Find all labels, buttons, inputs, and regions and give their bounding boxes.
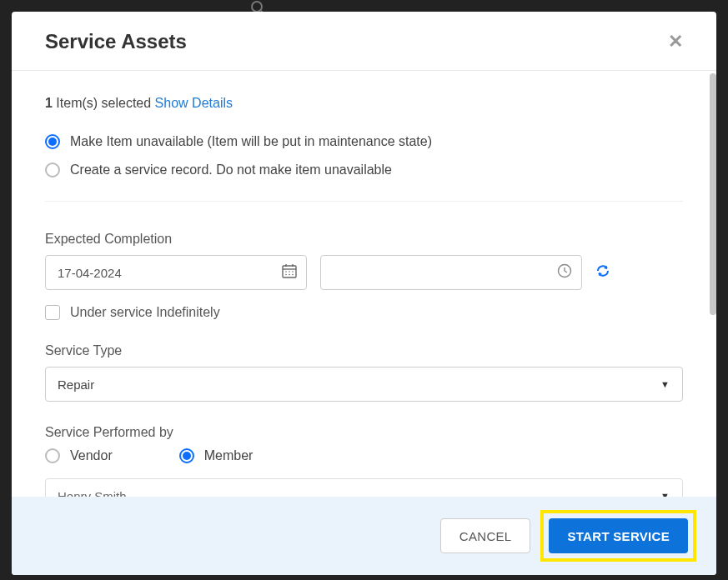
- service-type-label: Service Type: [45, 343, 683, 358]
- radio-icon: [45, 162, 60, 178]
- refresh-button[interactable]: [595, 263, 610, 282]
- member-select[interactable]: Henry Smith: [45, 478, 683, 497]
- date-input[interactable]: [45, 255, 307, 290]
- radio-label: Make Item unavailable (Item will be put …: [70, 134, 432, 149]
- modal-footer: CANCEL START SERVICE: [12, 497, 716, 575]
- items-count: 1: [45, 96, 53, 110]
- radio-label: Vendor: [70, 448, 113, 463]
- date-input-wrap: [45, 255, 307, 290]
- svg-point-0: [252, 2, 262, 12]
- divider: [45, 201, 683, 202]
- service-type-select-wrap: Repair ▼: [45, 367, 683, 402]
- items-selected-row: 1 Item(s) selected Show Details: [45, 96, 683, 111]
- radio-label: Member: [204, 448, 254, 463]
- radio-label: Create a service record. Do not make ite…: [70, 162, 392, 178]
- cancel-button[interactable]: CANCEL: [440, 518, 531, 553]
- service-assets-modal: Service Assets ✕ 1 Item(s) selected Show…: [12, 12, 716, 575]
- start-service-button[interactable]: START SERVICE: [549, 518, 688, 553]
- modal-header: Service Assets ✕: [12, 12, 716, 71]
- time-input[interactable]: [320, 255, 582, 290]
- performed-by-label: Service Performed by: [45, 425, 683, 440]
- checkbox-icon: [45, 305, 60, 320]
- performed-by-radio-group: Vendor Member: [45, 448, 683, 463]
- highlight-box: START SERVICE: [540, 510, 696, 562]
- date-time-row: [45, 255, 683, 290]
- close-button[interactable]: ✕: [668, 31, 683, 52]
- radio-icon: [45, 448, 60, 463]
- radio-icon: [179, 448, 194, 463]
- availability-radio-group: Make Item unavailable (Item will be put …: [45, 134, 683, 178]
- checkbox-label: Under service Indefinitely: [70, 305, 220, 320]
- radio-member[interactable]: Member: [179, 448, 254, 463]
- radio-icon: [45, 134, 60, 149]
- time-input-wrap: [320, 255, 582, 290]
- radio-create-record[interactable]: Create a service record. Do not make ite…: [45, 162, 683, 178]
- show-details-link[interactable]: Show Details: [155, 96, 233, 110]
- expected-completion-label: Expected Completion: [45, 232, 683, 247]
- radio-make-unavailable[interactable]: Make Item unavailable (Item will be put …: [45, 134, 683, 149]
- modal-body: 1 Item(s) selected Show Details Make Ite…: [12, 71, 716, 497]
- close-icon: ✕: [668, 31, 683, 52]
- indefinite-checkbox-row[interactable]: Under service Indefinitely: [45, 305, 683, 320]
- modal-title: Service Assets: [45, 30, 187, 53]
- service-type-select[interactable]: Repair: [45, 367, 683, 402]
- radio-vendor[interactable]: Vendor: [45, 448, 113, 463]
- member-select-wrap: Henry Smith ▼: [45, 478, 683, 497]
- items-suffix: Item(s) selected: [53, 96, 155, 110]
